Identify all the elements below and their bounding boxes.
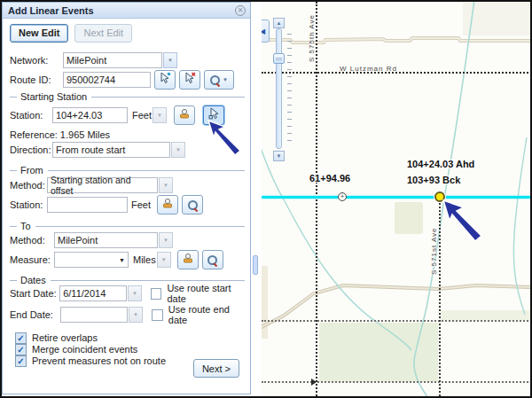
to-legend-text: To — [20, 221, 35, 231]
to-method-row: Method: MilePoint ▼ — [3, 231, 250, 249]
pick-station-cursor-icon — [208, 107, 220, 123]
panel-header: Add Linear Events ✕ — [3, 3, 250, 19]
to-method-combo[interactable]: MilePoint — [54, 232, 158, 248]
app-window: Add Linear Events ✕ New Edit Next Edit N… — [0, 0, 532, 398]
route-id-input[interactable] — [63, 72, 151, 88]
start-date-label: Start Date: — [10, 288, 59, 299]
network-dropdown-icon[interactable]: ▼ — [163, 52, 177, 68]
from-method-label: Method: — [10, 180, 47, 191]
pick-station-on-route-button[interactable] — [203, 105, 224, 125]
zoom-slider: ▲ ▼ — [273, 18, 296, 163]
station-label: Station: — [10, 110, 52, 121]
network-combo[interactable]: MilePoint — [63, 52, 162, 68]
station-tool-icon — [178, 107, 191, 123]
end-date-row: End Date: ▼ Use route end date — [3, 306, 250, 324]
to-method-dropdown-icon[interactable]: ▼ — [159, 232, 173, 248]
zoom-out-button[interactable]: ▼ — [273, 151, 285, 161]
station-label-61: 61+94.96 — [309, 173, 350, 183]
from-method-dropdown-icon[interactable]: ▼ — [159, 177, 173, 193]
measure-search-button[interactable] — [202, 250, 223, 269]
starting-station-legend-text: Starting Station — [20, 91, 91, 102]
station-from-map-button[interactable] — [174, 105, 195, 125]
route-id-label: Route ID: — [10, 74, 63, 85]
down-arrow-icon: ▼ — [277, 153, 282, 159]
end-date-dropdown-icon[interactable]: ▼ — [129, 307, 143, 323]
measure-unit-label: Miles — [133, 254, 156, 265]
station-label-103-bck: 103+93 Bck — [407, 175, 460, 185]
map-canvas[interactable]: S 575th Ave W Lutzman Rd S 571st Ave + 6… — [262, 2, 532, 396]
station-circle-marker[interactable]: + — [338, 192, 347, 201]
search-dropdown-icon: ▼ — [223, 77, 228, 82]
use-route-end-date-checkbox[interactable] — [152, 309, 163, 321]
splitter-handle[interactable] — [253, 255, 258, 275]
measure-dropdown-icon[interactable]: ▼ — [119, 257, 125, 263]
collapse-left-icon: ◀ — [262, 27, 265, 35]
select-route-on-map-button[interactable] — [154, 70, 176, 90]
measure-from-map-button[interactable] — [177, 250, 199, 269]
from-station-input[interactable] — [47, 197, 128, 213]
measure-combo[interactable]: ▼ — [54, 252, 129, 268]
direction-row: Direction: From route start ▼ — [3, 141, 250, 159]
from-station-search-button[interactable] — [182, 195, 203, 215]
new-edit-button[interactable]: New Edit — [10, 24, 68, 43]
zoom-slider-track[interactable] — [276, 28, 282, 149]
next-button[interactable]: Next > — [193, 359, 239, 378]
station-tool-icon — [161, 197, 174, 213]
measure-unit-dropdown-icon[interactable]: ▼ — [157, 252, 171, 268]
measure-label: Measure: — [10, 254, 54, 265]
clear-selection-cursor-icon — [184, 72, 196, 88]
reference-text: Reference: 1.965 Miles — [10, 129, 110, 140]
select-route-cursor-icon — [160, 72, 171, 88]
from-method-row: Method: Starting station and offset ▼ — [3, 176, 250, 194]
zoom-slider-thumb[interactable] — [273, 53, 285, 64]
route-id-row: Route ID: ▼ — [3, 71, 250, 89]
prevent-measures-label: Prevent measures not on route — [32, 355, 166, 366]
section-line — [262, 320, 532, 322]
start-date-row: Start Date: ▼ Use route start date — [3, 285, 250, 302]
map-linework — [262, 2, 532, 396]
network-label: Network: — [10, 55, 63, 66]
road-label-s575th: S 575th Ave — [308, 4, 316, 62]
zoom-in-button[interactable]: ▲ — [273, 18, 285, 28]
section-line-arrow-icon — [311, 378, 317, 386]
prevent-measures-checkbox[interactable]: ✓ — [15, 355, 27, 367]
direction-dropdown-icon[interactable]: ▼ — [171, 142, 185, 158]
direction-label: Direction: — [10, 144, 52, 155]
road-line-s575th — [316, 2, 317, 396]
up-arrow-icon: ▲ — [277, 20, 282, 26]
panel-title: Add Linear Events — [8, 5, 94, 16]
to-method-label: Method: — [10, 235, 54, 246]
start-date-dropdown-icon[interactable]: ▼ — [128, 285, 142, 301]
close-icon[interactable]: ✕ — [235, 5, 246, 16]
route-highlight-line — [262, 196, 532, 199]
from-method-combo[interactable]: Starting station and offset — [47, 177, 158, 193]
from-station-from-map-button[interactable] — [157, 195, 178, 215]
from-station-unit-label: Feet — [131, 199, 151, 210]
starting-station-row: Station: Feet ▼ — [3, 106, 250, 124]
edit-buttons-row: New Edit Next Edit — [3, 24, 250, 42]
to-legend: To — [3, 220, 250, 232]
road-line-s571st — [439, 197, 441, 396]
station-unit-dropdown-icon[interactable]: ▼ — [153, 107, 167, 123]
picked-station-marker[interactable] — [434, 191, 445, 202]
station-unit-label: Feet — [132, 110, 152, 121]
panel-collapse-button[interactable]: ◀ — [262, 20, 270, 43]
magnifier-icon — [188, 200, 198, 210]
route-search-button[interactable]: ▼ — [204, 70, 234, 90]
start-date-input[interactable] — [59, 285, 127, 301]
station-input[interactable] — [52, 107, 128, 123]
next-edit-button[interactable]: Next Edit — [74, 24, 132, 43]
from-station-row: Station: Feet — [3, 196, 250, 214]
magnifier-icon — [207, 255, 217, 265]
magnifier-icon — [210, 75, 220, 85]
from-legend-text: From — [20, 165, 48, 176]
direction-combo[interactable]: From route start — [52, 142, 170, 158]
end-date-input[interactable] — [60, 307, 128, 323]
station-tool-icon — [182, 252, 194, 268]
clear-route-selection-button[interactable] — [179, 70, 200, 90]
add-linear-events-panel: Add Linear Events ✕ New Edit Next Edit N… — [2, 2, 251, 394]
use-route-start-date-label: Use route start date — [167, 283, 250, 304]
use-route-start-date-checkbox[interactable] — [151, 288, 162, 300]
to-measure-row: Measure: ▼ Miles ▼ — [3, 251, 250, 269]
end-date-label: End Date: — [10, 309, 60, 320]
